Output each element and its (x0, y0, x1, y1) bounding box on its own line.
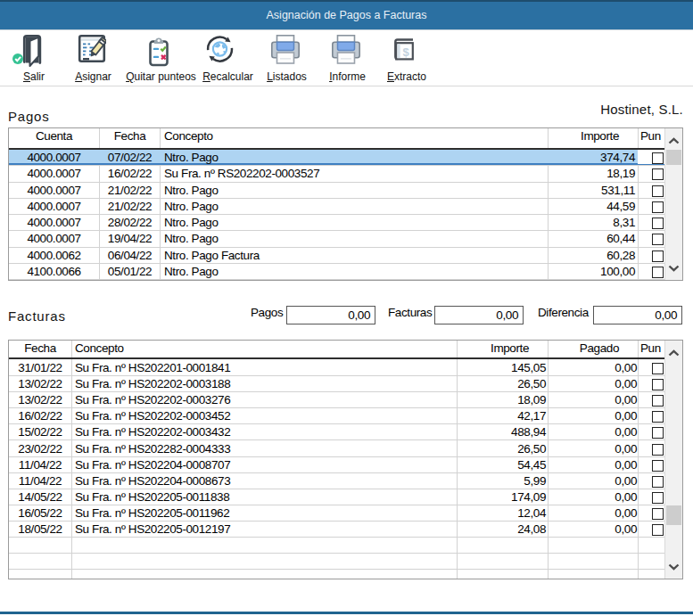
svg-text:$: $ (402, 45, 409, 59)
